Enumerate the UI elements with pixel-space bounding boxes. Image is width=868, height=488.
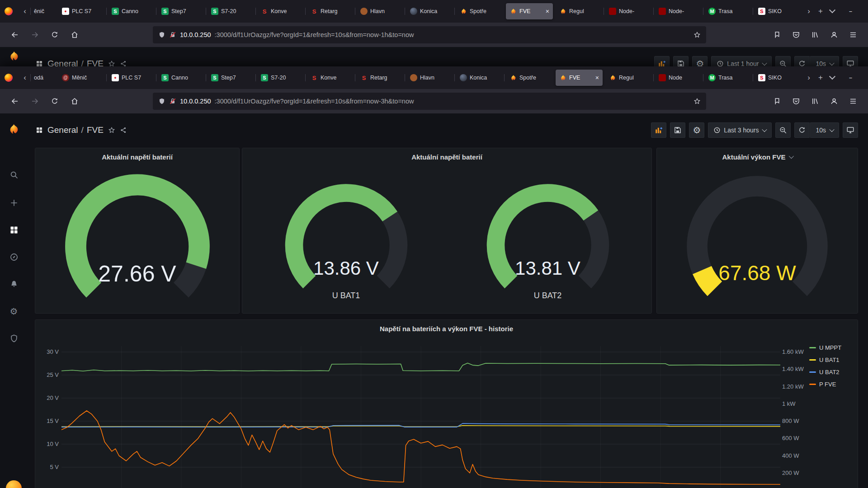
browser-tab[interactable]: Spotře bbox=[506, 70, 553, 86]
maximize-button[interactable]: □ bbox=[863, 0, 868, 23]
menu-icon[interactable] bbox=[844, 27, 863, 43]
legend-item[interactable]: U BAT1 bbox=[809, 356, 841, 364]
browser-tab[interactable]: Spotře bbox=[456, 3, 503, 19]
favorite-star-icon[interactable] bbox=[108, 60, 115, 67]
tab-scroll-left-icon[interactable]: ‹ bbox=[19, 7, 31, 16]
explore-compass-icon[interactable] bbox=[0, 248, 28, 266]
refresh-interval-picker[interactable]: 10s bbox=[810, 122, 839, 138]
refresh-button[interactable] bbox=[794, 56, 810, 67]
home-button[interactable] bbox=[65, 27, 84, 43]
dashboard-grid-icon[interactable] bbox=[36, 127, 43, 134]
tab-scroll-right-icon[interactable]: › bbox=[803, 73, 815, 82]
bookmark-star-icon[interactable] bbox=[693, 98, 701, 105]
dashboard-settings-button[interactable]: ⚙ bbox=[689, 122, 704, 138]
panel-menu-chevron-icon[interactable] bbox=[788, 154, 793, 159]
user-avatar[interactable] bbox=[6, 480, 22, 488]
url-bar[interactable]: 10.0.0.250:3000/d/f1UrOazgz/fve?orgId=1&… bbox=[153, 26, 706, 43]
breadcrumb-folder[interactable]: General bbox=[47, 59, 78, 67]
minimize-button[interactable]: – bbox=[838, 66, 863, 89]
minimize-button[interactable]: – bbox=[838, 0, 863, 23]
library-icon[interactable] bbox=[806, 27, 825, 43]
time-range-picker[interactable]: Last 1 hour bbox=[711, 56, 772, 67]
firefox-logo-icon[interactable] bbox=[5, 7, 13, 15]
reload-button[interactable] bbox=[45, 93, 64, 109]
dashboard-grid-icon[interactable] bbox=[36, 60, 43, 67]
browser-tab[interactable]: MTrasa bbox=[705, 70, 752, 86]
bookmark-star-icon[interactable] bbox=[693, 31, 701, 38]
kiosk-mode-button[interactable] bbox=[843, 122, 858, 138]
browser-tab[interactable]: SStep7 bbox=[208, 70, 255, 86]
list-all-tabs-icon[interactable] bbox=[826, 7, 838, 16]
breadcrumb[interactable]: General / FVE bbox=[47, 125, 104, 135]
breadcrumb-dashboard[interactable]: FVE bbox=[87, 125, 104, 135]
browser-tab[interactable]: SStep7 bbox=[158, 3, 205, 19]
browser-tab[interactable]: Regul bbox=[605, 70, 652, 86]
save-dashboard-button[interactable] bbox=[673, 56, 689, 67]
legend-item[interactable]: U BAT2 bbox=[809, 368, 841, 376]
browser-tab[interactable]: SKonve bbox=[307, 70, 354, 86]
browser-tab[interactable]: ●PLC S7 bbox=[108, 70, 155, 86]
share-icon[interactable] bbox=[120, 127, 127, 134]
refresh-interval-picker[interactable]: 10s bbox=[810, 56, 839, 67]
browser-tab-partial[interactable]: ěnič bbox=[32, 3, 56, 19]
create-plus-icon[interactable] bbox=[0, 194, 28, 212]
panel-title[interactable]: Aktuální napětí baterií bbox=[35, 148, 239, 165]
browser-tab[interactable]: SS7-20 bbox=[208, 3, 255, 19]
home-button[interactable] bbox=[65, 93, 84, 109]
panel-title[interactable]: Aktuální napětí baterií bbox=[242, 148, 651, 165]
browser-tab[interactable]: Konica bbox=[456, 70, 503, 86]
menu-icon[interactable] bbox=[844, 93, 863, 109]
forward-button[interactable] bbox=[25, 93, 44, 109]
add-panel-button[interactable] bbox=[651, 122, 666, 138]
browser-tab[interactable]: FVE× bbox=[506, 3, 553, 19]
save-dashboard-button[interactable] bbox=[670, 122, 685, 138]
browser-tab[interactable]: Node- bbox=[605, 3, 652, 19]
browser-tab[interactable]: SCanno bbox=[108, 3, 155, 19]
browser-tab[interactable]: SSIKO bbox=[755, 70, 802, 86]
bookmark-flag-icon[interactable] bbox=[768, 27, 787, 43]
tab-scroll-left-icon[interactable]: ‹ bbox=[19, 73, 31, 82]
tab-close-icon[interactable]: × bbox=[595, 74, 599, 81]
configuration-gear-icon[interactable]: ⚙ bbox=[0, 302, 28, 320]
firefox-logo-icon[interactable] bbox=[5, 74, 13, 82]
time-series-plot[interactable] bbox=[61, 346, 780, 488]
legend-item[interactable]: U MPPT bbox=[809, 343, 841, 352]
back-button[interactable] bbox=[5, 93, 24, 109]
browser-tab[interactable]: ●PLC S7 bbox=[58, 3, 105, 19]
grafana-logo-icon[interactable] bbox=[8, 51, 20, 62]
dashboard-settings-button[interactable]: ⚙ bbox=[692, 56, 708, 67]
zoom-out-button[interactable] bbox=[775, 122, 791, 138]
favorite-star-icon[interactable] bbox=[108, 127, 115, 134]
browser-tab[interactable]: Node bbox=[655, 70, 702, 86]
browser-tab[interactable]: Regul bbox=[556, 3, 603, 19]
add-panel-button[interactable] bbox=[654, 56, 670, 67]
list-all-tabs-icon[interactable] bbox=[826, 73, 838, 82]
back-button[interactable] bbox=[5, 27, 24, 43]
grafana-logo-icon[interactable] bbox=[0, 120, 28, 138]
browser-tab[interactable]: SRetarg bbox=[307, 3, 354, 19]
zoom-out-button[interactable] bbox=[775, 56, 791, 67]
insecure-lock-icon[interactable] bbox=[169, 98, 176, 105]
panel-title[interactable]: Aktuální výkon FVE bbox=[657, 148, 858, 165]
breadcrumb[interactable]: General / FVE bbox=[47, 59, 104, 67]
account-icon[interactable] bbox=[825, 27, 844, 43]
browser-tab[interactable]: MTrasa bbox=[705, 3, 752, 19]
browser-tab[interactable]: SSIKO bbox=[755, 3, 802, 19]
time-range-picker[interactable]: Last 3 hours bbox=[708, 122, 772, 138]
tracking-protection-shield-icon[interactable] bbox=[158, 98, 165, 105]
refresh-button[interactable] bbox=[794, 122, 810, 138]
pocket-icon[interactable] bbox=[787, 93, 806, 109]
tab-close-icon[interactable]: × bbox=[546, 8, 549, 15]
pocket-icon[interactable] bbox=[787, 27, 806, 43]
browser-tab[interactable]: Hlavn bbox=[406, 70, 453, 86]
panel-title[interactable]: Napětí na bateriích a výkon FVE - histor… bbox=[35, 320, 858, 337]
browser-tab[interactable]: Hlavn bbox=[357, 3, 404, 19]
url-bar[interactable]: 10.0.0.250:3000/d/f1UrOazgz/fve?orgId=1&… bbox=[153, 93, 706, 110]
insecure-lock-icon[interactable] bbox=[169, 31, 176, 38]
browser-tab[interactable]: FVE× bbox=[556, 70, 603, 86]
library-icon[interactable] bbox=[806, 93, 825, 109]
tracking-protection-shield-icon[interactable] bbox=[158, 31, 165, 38]
kiosk-mode-button[interactable] bbox=[843, 56, 858, 67]
new-tab-button[interactable]: + bbox=[815, 73, 826, 82]
search-icon[interactable] bbox=[0, 166, 28, 184]
